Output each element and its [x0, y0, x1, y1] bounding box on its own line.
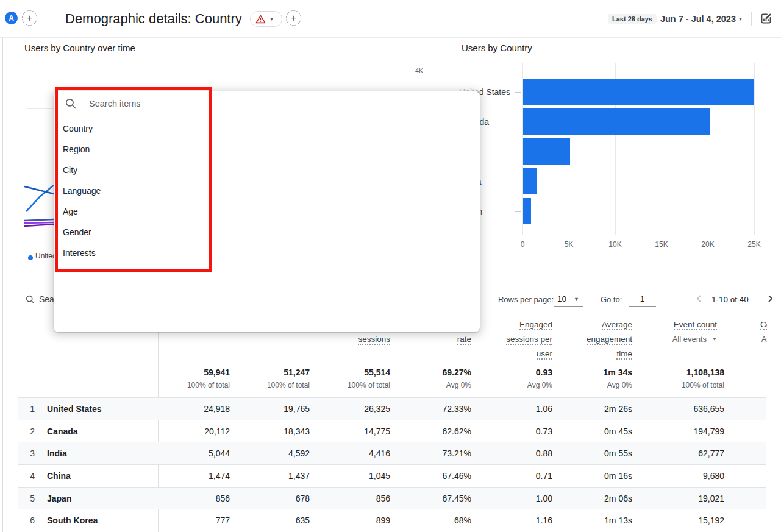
column-header[interactable]: Engagedsessions peruser — [506, 321, 552, 364]
cell-value: 5,044 — [209, 442, 230, 465]
totals-subtext: Avg 0% — [446, 381, 471, 389]
country-name: Japan — [47, 488, 71, 510]
chevron-right-icon[interactable] — [766, 294, 774, 303]
column-header-text[interactable]: sessions — [358, 335, 390, 345]
cell-value: 19,021 — [698, 488, 724, 510]
panel-item-language[interactable]: Language — [54, 180, 480, 201]
cell-value: 72.33% — [443, 398, 471, 420]
country-name: South Korea — [47, 509, 98, 532]
cell-value: 62,777 — [698, 442, 724, 465]
cell-value: 1,437 — [288, 465, 310, 488]
country-name: China — [47, 465, 71, 488]
event-selector[interactable]: All events — [672, 335, 707, 344]
panel-item-city[interactable]: City — [54, 160, 480, 180]
totals-value: 59,941 — [204, 367, 230, 377]
column-header[interactable]: Event countAll events▼ — [672, 321, 717, 350]
totals-value: 51,247 — [284, 367, 310, 377]
column-header-text[interactable]: Engaged — [519, 321, 552, 330]
cell-value: 1.00 — [536, 488, 552, 510]
cell-value: 26,325 — [364, 398, 390, 420]
column-header[interactable]: ConversionsAll events▼ — [760, 321, 767, 350]
cell-value: 1.16 — [536, 509, 552, 532]
cell-value: 1.06 — [536, 398, 552, 420]
row-number: 4 — [23, 465, 35, 488]
column-header-text[interactable]: time — [616, 350, 632, 360]
totals-subtext: 100% of total — [187, 381, 230, 389]
table-row[interactable]: 2Canada20,11218,34314,77562.62%0.730m 45… — [18, 420, 766, 442]
panel-item-age[interactable]: Age — [54, 201, 480, 222]
cell-value: 73.21% — [443, 442, 471, 465]
cell-value: 635 — [296, 509, 310, 532]
cell-value: 14,775 — [364, 420, 390, 443]
totals-value: 1m 34s — [604, 367, 632, 377]
dimension-picker-panel: Search items CountryRegionCityLanguageAg… — [54, 91, 480, 332]
column-header-text[interactable]: sessions per — [506, 335, 552, 345]
table-row[interactable]: 1United States24,91819,76526,32572.33%1.… — [18, 397, 766, 420]
column-header-text[interactable]: rate — [457, 335, 471, 345]
ga4-demographic-details-page: A + Demographic details: Country ▾ + Las… — [0, 0, 781, 532]
cell-value: 0.88 — [536, 442, 552, 465]
table-row[interactable]: 4China1,4741,4371,04567.46%0.710m 16s9,6… — [18, 464, 766, 487]
totals-subtext: 100% of total — [682, 381, 724, 389]
country-name: United States — [47, 398, 101, 420]
totals-subtext: Avg 0% — [527, 381, 552, 389]
cell-value: 4,416 — [369, 442, 390, 465]
column-header-text[interactable]: Average — [602, 321, 632, 330]
cell-value: 19,765 — [284, 398, 310, 420]
cell-value: 24,918 — [204, 398, 230, 420]
cell-value: 1,474 — [209, 465, 230, 488]
totals-value: 55,514 — [364, 367, 390, 377]
cell-value: 856 — [216, 488, 230, 510]
cell-value: 0.71 — [536, 465, 552, 488]
country-name: Canada — [47, 420, 78, 443]
cell-value: 2m 26s — [604, 398, 632, 420]
panel-search-row[interactable]: Search items — [54, 91, 480, 116]
panel-search-placeholder: Search items — [89, 99, 141, 108]
cell-value: 194,799 — [693, 420, 724, 443]
column-header-text[interactable]: user — [537, 350, 552, 360]
cell-value: 0m 55s — [604, 442, 632, 465]
cell-value: 67.45% — [443, 488, 471, 510]
cell-value: 62.62% — [443, 420, 471, 443]
cell-value: 0.73 — [536, 420, 552, 443]
cell-value: 0m 45s — [604, 420, 632, 443]
event-selector[interactable]: All events — [761, 335, 767, 344]
totals-subtext: Avg 0% — [607, 381, 632, 389]
row-number: 6 — [23, 509, 35, 532]
cell-value: 4,592 — [288, 442, 310, 465]
cell-value: 18,343 — [284, 420, 310, 443]
column-header-text[interactable]: engagement — [587, 335, 632, 345]
totals-subtext: 100% of total — [348, 381, 390, 389]
totals-subtext: 100% of total — [267, 381, 310, 389]
totals-value: 1,108,138 — [686, 367, 724, 377]
panel-item-interests[interactable]: Interests — [54, 243, 480, 263]
cell-value: 899 — [376, 509, 390, 532]
cell-value: 9,680 — [703, 465, 724, 488]
cell-value: 0m 16s — [604, 465, 632, 488]
totals-value: 69.27% — [443, 367, 471, 377]
panel-item-list: CountryRegionCityLanguageAgeGenderIntere… — [54, 116, 480, 263]
row-number: 5 — [23, 488, 35, 510]
cell-value: 1m 13s — [604, 509, 632, 532]
panel-item-region[interactable]: Region — [54, 139, 480, 160]
cell-value: 856 — [376, 488, 390, 510]
column-header-text[interactable]: Event count — [674, 321, 717, 330]
totals-value: 0.93 — [536, 367, 552, 377]
cell-value: 1,045 — [369, 465, 390, 488]
cell-value: 678 — [296, 488, 310, 510]
panel-item-country[interactable]: Country — [54, 118, 480, 139]
caret-down-icon: ▼ — [712, 335, 717, 344]
panel-item-gender[interactable]: Gender — [54, 222, 480, 243]
cell-value: 15,192 — [698, 509, 724, 532]
country-name: India — [47, 442, 67, 465]
cell-value: 20,112 — [204, 420, 230, 443]
column-header[interactable]: Averageengagementtime — [587, 321, 632, 364]
table-row[interactable]: 3India5,0444,5924,41673.21%0.880m 55s62,… — [18, 442, 766, 464]
table-row[interactable]: 6South Korea77763589968%1.161m 13s15,192 — [18, 509, 766, 531]
cell-value: 68% — [454, 509, 471, 532]
table-row[interactable]: 5Japan85667885667.45%1.002m 06s19,021 — [18, 487, 766, 509]
column-header-text[interactable]: Conversions — [760, 321, 767, 330]
row-number: 2 — [23, 420, 35, 443]
cell-value: 636,655 — [693, 398, 724, 420]
cell-value: 777 — [216, 509, 230, 532]
